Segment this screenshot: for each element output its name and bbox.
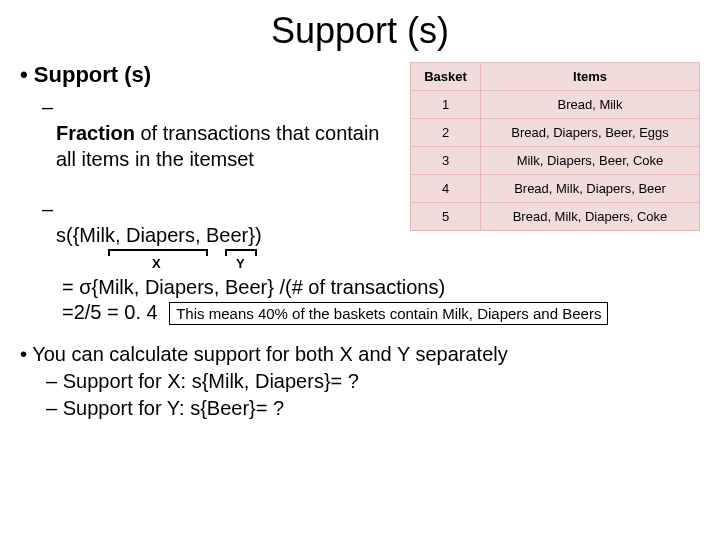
header-items: Items <box>481 63 700 91</box>
table-row: 2Bread, Diapers, Beer, Eggs <box>411 119 700 147</box>
lower-sub-1: Support for X: s{Milk, Diapers}= ? <box>46 370 700 393</box>
heading-support: Support (s) <box>20 62 400 88</box>
formula-line-1: = σ{Milk, Diapers, Beer} /(# of transact… <box>62 276 700 299</box>
table-header-row: Basket Items <box>411 63 700 91</box>
right-column: Basket Items 1Bread, Milk 2Bread, Diaper… <box>410 62 700 254</box>
note-box: This means 40% of the baskets contain Mi… <box>169 302 608 325</box>
table-row: 3Milk, Diapers, Beer, Coke <box>411 147 700 175</box>
bracket-x <box>108 249 208 256</box>
label-x: X <box>152 256 161 271</box>
definition-line: Fraction of transactions that contain al… <box>42 94 400 172</box>
basket-table: Basket Items 1Bread, Milk 2Bread, Diaper… <box>410 62 700 231</box>
formula-block: = σ{Milk, Diapers, Beer} /(# of transact… <box>62 276 700 325</box>
formula-line-2: =2/5 = 0. 4 This means 40% of the basket… <box>62 301 700 325</box>
lower-main: You can calculate support for both X and… <box>20 343 700 366</box>
table-row: 1Bread, Milk <box>411 91 700 119</box>
formula-s: s({Milk, Diapers, Beer}) <box>42 196 400 248</box>
label-y: Y <box>236 256 245 271</box>
bracket-y <box>225 249 257 256</box>
lower-section: You can calculate support for both X and… <box>20 343 700 420</box>
content-row: Support (s) Fraction of transactions tha… <box>20 62 700 254</box>
header-basket: Basket <box>411 63 481 91</box>
formula-result: =2/5 = 0. 4 <box>62 301 158 323</box>
slide-title: Support (s) <box>20 10 700 52</box>
table-row: 5Bread, Milk, Diapers, Coke <box>411 203 700 231</box>
left-column: Support (s) Fraction of transactions tha… <box>20 62 400 254</box>
table-row: 4Bread, Milk, Diapers, Beer <box>411 175 700 203</box>
xy-annotation: X Y <box>100 254 700 274</box>
lower-sub-2: Support for Y: s{Beer}= ? <box>46 397 700 420</box>
definition-bold: Fraction <box>56 122 135 144</box>
